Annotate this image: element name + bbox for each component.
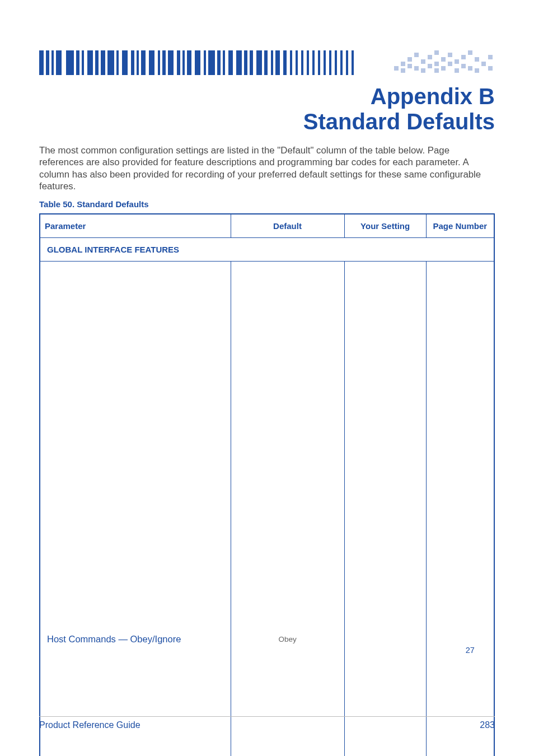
svg-rect-56 (421, 59, 425, 64)
svg-rect-33 (264, 50, 268, 75)
svg-rect-59 (428, 64, 432, 68)
intro-paragraph: The most common configuration settings a… (39, 144, 495, 193)
table-caption: Table 50. Standard Defaults (39, 199, 495, 209)
svg-rect-28 (228, 50, 233, 75)
svg-rect-22 (187, 50, 191, 75)
svg-rect-69 (461, 55, 466, 59)
svg-rect-55 (414, 66, 419, 71)
svg-rect-18 (162, 50, 166, 75)
appendix-title-line1: Appendix B (39, 84, 495, 109)
svg-rect-42 (318, 50, 320, 75)
svg-rect-36 (283, 50, 287, 75)
svg-rect-9 (101, 50, 105, 75)
svg-rect-32 (256, 50, 262, 75)
svg-rect-61 (434, 62, 439, 66)
svg-rect-4 (66, 50, 74, 75)
footer-left: Product Reference Guide (39, 720, 140, 730)
svg-rect-58 (428, 55, 432, 59)
svg-rect-26 (217, 50, 221, 75)
svg-rect-71 (468, 50, 472, 55)
svg-rect-15 (141, 50, 146, 75)
svg-rect-12 (122, 50, 128, 75)
page-footer: Product Reference Guide 283 (39, 716, 495, 730)
page-link[interactable]: 27 (466, 646, 475, 655)
svg-rect-35 (275, 50, 280, 75)
table-section-row: GLOBAL INTERFACE FEATURES (40, 237, 494, 261)
svg-rect-21 (182, 50, 185, 75)
svg-rect-30 (244, 50, 247, 75)
svg-rect-38 (296, 50, 298, 75)
svg-rect-60 (434, 50, 439, 55)
svg-rect-27 (223, 50, 225, 75)
appendix-title-line2: Standard Defaults (39, 109, 495, 134)
page-cell: 27 (426, 261, 494, 756)
svg-rect-47 (346, 50, 348, 75)
svg-rect-10 (107, 50, 114, 75)
svg-rect-7 (87, 50, 93, 75)
footer-right: 283 (480, 720, 495, 730)
svg-rect-19 (168, 50, 174, 75)
svg-rect-76 (488, 55, 493, 59)
svg-rect-72 (468, 66, 472, 71)
svg-rect-57 (421, 68, 425, 73)
svg-rect-52 (407, 57, 412, 62)
svg-rect-48 (352, 50, 354, 75)
svg-rect-43 (324, 50, 326, 75)
svg-rect-13 (131, 50, 134, 75)
svg-rect-2 (51, 50, 54, 75)
pixel-graphic (394, 50, 495, 75)
section-label: GLOBAL INTERFACE FEATURES (40, 237, 494, 261)
table-header-row: Parameter Default Your Setting Page Numb… (40, 214, 494, 238)
svg-rect-67 (455, 59, 459, 64)
svg-rect-70 (461, 64, 466, 68)
svg-rect-50 (401, 62, 405, 66)
svg-rect-37 (290, 50, 292, 75)
svg-rect-3 (56, 50, 62, 75)
parameter-cell: Host Commands — Obey/Ignore (40, 261, 231, 756)
svg-rect-64 (441, 66, 446, 71)
svg-rect-0 (39, 50, 44, 75)
appendix-heading: Appendix B Standard Defaults (39, 84, 495, 134)
parameter-link[interactable]: Host Commands — Obey/Ignore (47, 634, 181, 644)
svg-rect-65 (448, 53, 452, 57)
col-page-number: Page Number (426, 214, 494, 238)
svg-rect-49 (394, 66, 399, 71)
svg-rect-17 (158, 50, 160, 75)
svg-rect-11 (116, 50, 119, 75)
col-parameter: Parameter (40, 214, 231, 238)
svg-rect-53 (407, 64, 412, 68)
your-setting-cell (344, 261, 426, 756)
decorative-barcode (39, 50, 495, 75)
defaults-table: Parameter Default Your Setting Page Numb… (39, 213, 495, 756)
svg-rect-39 (301, 50, 303, 75)
svg-rect-8 (95, 50, 99, 75)
svg-rect-44 (329, 50, 331, 75)
svg-rect-46 (340, 50, 343, 75)
svg-rect-41 (312, 50, 315, 75)
svg-rect-31 (250, 50, 253, 75)
svg-rect-20 (177, 50, 180, 75)
svg-rect-45 (335, 50, 337, 75)
col-your-setting: Your Setting (344, 214, 426, 238)
col-default: Default (231, 214, 344, 238)
svg-rect-74 (475, 68, 479, 73)
svg-rect-62 (434, 68, 439, 73)
svg-rect-34 (271, 50, 273, 75)
svg-rect-1 (46, 50, 49, 75)
svg-rect-77 (488, 66, 493, 71)
svg-rect-29 (236, 50, 242, 75)
svg-rect-6 (82, 50, 84, 75)
svg-rect-73 (475, 57, 479, 62)
svg-rect-68 (455, 68, 459, 73)
svg-rect-23 (195, 50, 200, 75)
svg-rect-25 (208, 50, 215, 75)
svg-rect-75 (481, 62, 486, 66)
barcode-graphic (39, 50, 386, 75)
svg-rect-16 (149, 50, 154, 75)
svg-rect-5 (76, 50, 79, 75)
svg-rect-54 (414, 53, 419, 57)
svg-rect-51 (401, 68, 405, 73)
svg-rect-40 (307, 50, 309, 75)
table-row: Host Commands — Obey/IgnoreObey27 (40, 261, 494, 756)
svg-rect-63 (441, 57, 446, 62)
